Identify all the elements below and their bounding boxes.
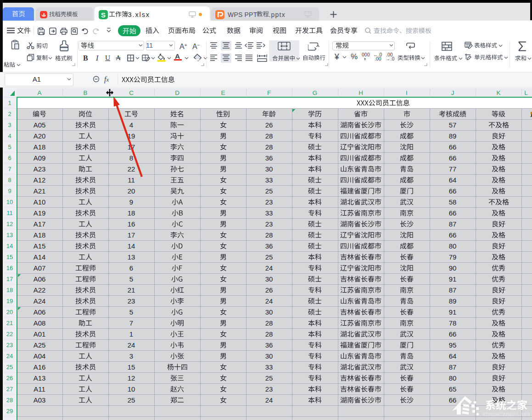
svg-text:S: S bbox=[101, 11, 106, 19]
